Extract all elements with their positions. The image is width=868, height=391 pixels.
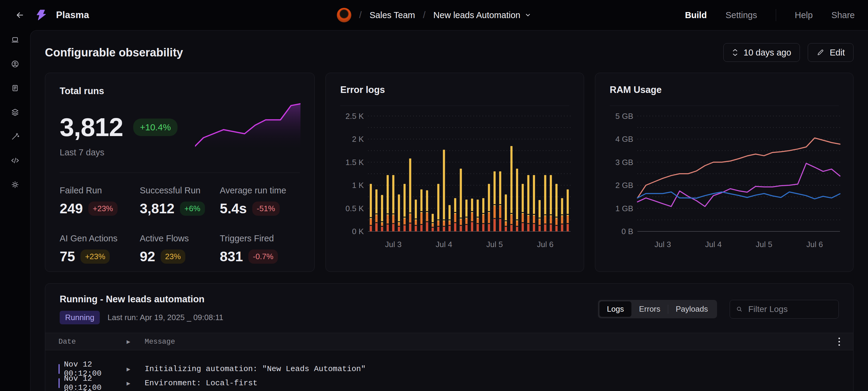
- tab-errors[interactable]: Errors: [631, 301, 668, 317]
- tab-payloads[interactable]: Payloads: [668, 301, 715, 317]
- stat-delta-badge: +23%: [81, 250, 110, 264]
- log-row[interactable]: Nov 12 00:12:00▶Environment: Local-first: [59, 374, 840, 386]
- column-date: Date: [59, 338, 127, 346]
- sidebar-item-monitor[interactable]: [9, 34, 21, 46]
- stat-delta-badge: +23%: [88, 201, 118, 216]
- total-runs-value: 3,812: [60, 112, 123, 142]
- svg-text:1 GB: 1 GB: [615, 204, 633, 213]
- svg-text:1.5 K: 1.5 K: [345, 158, 364, 167]
- stat-value: 92: [140, 248, 155, 264]
- log-message: Initializing automation: "New Leads Auto…: [145, 364, 840, 373]
- stat-label: Failed Run: [60, 186, 140, 196]
- sidebar-item-notes[interactable]: [9, 82, 21, 94]
- total-runs-delta-badge: +10.4%: [133, 118, 178, 136]
- error-logs-card: Error logs 0 K0.5 K1 K1.5 K2 K2.5 KJul 3…: [326, 73, 584, 272]
- svg-text:4 GB: 4 GB: [615, 135, 633, 144]
- stat-active-flows: Active Flows9223%: [140, 233, 220, 264]
- svg-text:Jul 6: Jul 6: [537, 240, 554, 249]
- column-message: Message: [145, 338, 828, 346]
- pencil-icon: [816, 49, 824, 56]
- logs-panel: Running - New leads automation Running L…: [45, 283, 854, 391]
- kebab-menu[interactable]: [838, 338, 840, 346]
- edit-button[interactable]: Edit: [808, 43, 854, 62]
- total-runs-card: Total runs 3,812 +10.4% Last 7 days Fail…: [45, 73, 315, 272]
- sidebar-item-code[interactable]: [9, 155, 21, 167]
- log-level-bar: [59, 378, 60, 388]
- stat-delta-badge: -0.7%: [248, 250, 278, 264]
- svg-text:2 GB: 2 GB: [615, 181, 633, 190]
- nav-help[interactable]: Help: [795, 10, 813, 20]
- topbar-divider: [776, 9, 776, 21]
- nav-build[interactable]: Build: [685, 10, 707, 20]
- code-icon: [10, 156, 20, 165]
- search-icon: [736, 305, 743, 313]
- time-range-button[interactable]: 10 days ago: [723, 43, 800, 62]
- svg-text:1 K: 1 K: [352, 181, 364, 190]
- back-button[interactable]: [13, 8, 27, 22]
- gear-icon: [10, 180, 20, 190]
- breadcrumb-team[interactable]: Sales Team: [370, 10, 415, 20]
- breadcrumb-automation[interactable]: New leads Automation: [433, 10, 531, 20]
- plasma-logo-icon: [35, 9, 48, 21]
- stat-successful-run: Successful Run3,812+6%: [140, 186, 220, 217]
- breadcrumb: / Sales Team / New leads Automation: [337, 0, 531, 30]
- user-circle-icon: [10, 59, 20, 69]
- stat-label: Average run time: [220, 186, 300, 196]
- sidebar-item-user[interactable]: [9, 58, 21, 70]
- main-content: Configurable obserability 10 days ago Ed…: [30, 30, 868, 391]
- sidebar-item-wand[interactable]: [9, 130, 21, 142]
- svg-text:0 K: 0 K: [352, 227, 364, 236]
- card-divider: [610, 106, 839, 106]
- log-table-header: Date ▶ Message: [45, 333, 853, 350]
- stat-label: Triggers Fired: [220, 233, 300, 244]
- filter-logs-box[interactable]: [730, 300, 839, 318]
- sidebar: [0, 30, 30, 391]
- svg-text:3 GB: 3 GB: [615, 158, 633, 167]
- status-badge: Running: [60, 311, 100, 324]
- log-level-bar: [59, 364, 60, 374]
- monitor-icon: [10, 35, 20, 45]
- avatar[interactable]: [337, 8, 351, 22]
- arrow-left-icon: [15, 10, 25, 20]
- log-row[interactable]: Nov 12 00:12:00▶Loaded configuration fro…: [59, 388, 840, 391]
- stat-triggers-fired: Triggers Fired831-0.7%: [220, 233, 300, 264]
- expand-arrow-icon: ▶: [127, 339, 145, 344]
- stat-label: AI Gen Actions: [60, 233, 140, 244]
- expand-arrow-icon: ▶: [127, 381, 145, 386]
- total-runs-sparkline: [195, 101, 301, 150]
- nav-share[interactable]: Share: [832, 10, 855, 20]
- log-message: Environment: Local-first: [145, 379, 840, 388]
- logs-tabs: LogsErrorsPayloads: [598, 300, 717, 318]
- svg-text:Jul 3: Jul 3: [655, 240, 671, 249]
- svg-text:2.5 K: 2.5 K: [345, 112, 364, 121]
- stat-value: 75: [60, 248, 75, 264]
- stat-value: 249: [60, 200, 83, 217]
- sidebar-item-layers[interactable]: [9, 106, 21, 118]
- sort-updown-icon: [732, 49, 738, 56]
- expand-arrow-icon: ▶: [127, 366, 145, 372]
- card-divider: [340, 106, 569, 106]
- sidebar-item-settings[interactable]: [9, 178, 21, 191]
- logs-panel-title: Running - New leads automation: [60, 294, 223, 305]
- stat-value: 3,812: [140, 200, 175, 217]
- ram-usage-card: RAM Usage 0 B1 GB2 GB3 GB4 GB5 GBJul 3Ju…: [595, 73, 854, 272]
- stat-average-run-time: Average run time5.4s-51%: [220, 186, 300, 217]
- svg-text:5 GB: 5 GB: [615, 112, 633, 121]
- svg-text:2 K: 2 K: [352, 135, 364, 144]
- log-row[interactable]: Nov 12 00:12:00▶Initializing automation:…: [59, 360, 840, 371]
- svg-text:Jul 5: Jul 5: [756, 240, 772, 249]
- svg-text:0.5 K: 0.5 K: [345, 204, 364, 213]
- filter-logs-input[interactable]: [748, 304, 832, 314]
- app-name: Plasma: [56, 10, 89, 21]
- tab-logs[interactable]: Logs: [599, 301, 631, 317]
- nav-settings[interactable]: Settings: [725, 10, 757, 20]
- stat-value: 831: [220, 248, 243, 264]
- stat-failed-run: Failed Run249+23%: [60, 186, 140, 217]
- stat-delta-badge: +6%: [180, 201, 205, 216]
- svg-text:Jul 3: Jul 3: [385, 240, 402, 249]
- total-runs-title: Total runs: [60, 86, 300, 96]
- notes-icon: [10, 83, 20, 93]
- layers-icon: [10, 107, 20, 117]
- svg-text:Jul 4: Jul 4: [436, 240, 453, 249]
- stat-value: 5.4s: [220, 200, 247, 217]
